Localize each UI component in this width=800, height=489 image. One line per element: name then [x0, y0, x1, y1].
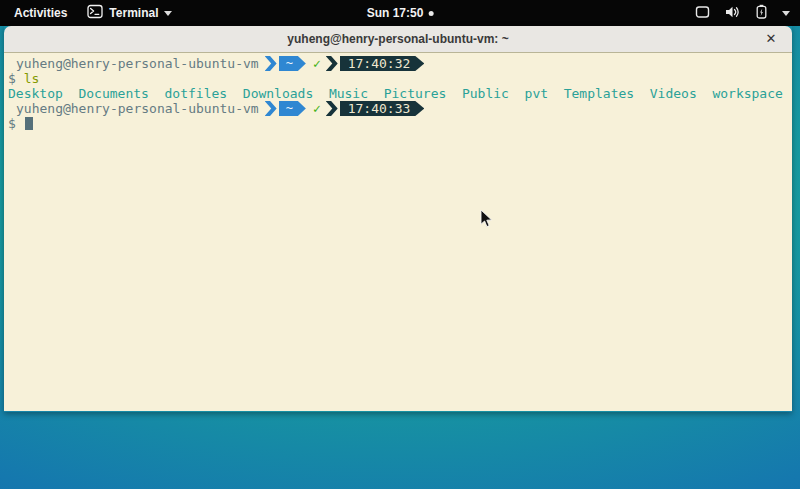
powerline-chevron-icon — [265, 101, 277, 116]
terminal-cursor — [25, 117, 33, 130]
display-icon — [695, 5, 710, 22]
app-menu-terminal[interactable]: Terminal — [87, 4, 172, 22]
powerline-chevron-icon — [326, 56, 338, 71]
command-line-2: $ — [8, 116, 788, 131]
prompt-symbol: $ — [8, 71, 24, 86]
battery-charging-icon — [756, 4, 767, 22]
notification-dot — [428, 11, 433, 16]
command-text: ls — [24, 71, 40, 86]
app-menu-label: Terminal — [109, 6, 158, 20]
prompt-symbol: $ — [8, 116, 24, 131]
close-icon[interactable]: ✕ — [763, 31, 779, 47]
chevron-down-icon — [782, 11, 790, 16]
command-line-1: $ ls — [8, 71, 788, 86]
chevron-down-icon — [164, 11, 172, 16]
window-titlebar[interactable]: yuheng@henry-personal-ubuntu-vm: ~ ✕ — [4, 26, 792, 53]
status-check-icon: ✓ — [313, 56, 321, 71]
clock-label: Sun 17:50 — [367, 6, 424, 20]
prompt-user-host: yuheng@henry-personal-ubuntu-vm — [16, 101, 259, 116]
top-bar: Activities Terminal Sun 17:50 — [0, 0, 800, 26]
prompt-cwd-segment: ~ — [279, 56, 306, 71]
window-title: yuheng@henry-personal-ubuntu-vm: ~ — [287, 32, 508, 46]
activities-button[interactable]: Activities — [10, 4, 71, 22]
mouse-pointer-icon — [480, 209, 493, 228]
status-check-icon: ✓ — [313, 101, 321, 116]
system-status-area[interactable] — [695, 0, 800, 26]
terminal-app-icon — [87, 4, 103, 22]
clock-menu[interactable]: Sun 17:50 — [367, 0, 434, 26]
prompt-time-segment: 17:40:33 — [340, 101, 425, 116]
ls-directories: Desktop Documents dotfiles Downloads Mus… — [8, 86, 783, 101]
ls-output-line: Desktop Documents dotfiles Downloads Mus… — [8, 86, 788, 101]
volume-icon — [725, 5, 741, 22]
prompt-line-1: yuheng@henry-personal-ubuntu-vm ~ ✓ 17:4… — [8, 56, 788, 71]
prompt-user-host: yuheng@henry-personal-ubuntu-vm — [16, 56, 259, 71]
terminal-window: yuheng@henry-personal-ubuntu-vm: ~ ✕ yuh… — [4, 26, 792, 412]
prompt-time-segment: 17:40:32 — [340, 56, 425, 71]
prompt-line-2: yuheng@henry-personal-ubuntu-vm ~ ✓ 17:4… — [8, 101, 788, 116]
powerline-chevron-icon — [326, 101, 338, 116]
powerline-chevron-icon — [265, 56, 277, 71]
terminal-screen[interactable]: yuheng@henry-personal-ubuntu-vm ~ ✓ 17:4… — [4, 53, 792, 411]
prompt-cwd-segment: ~ — [279, 101, 306, 116]
top-bar-left: Activities Terminal — [0, 4, 172, 22]
desktop: { "top_bar": { "activities_label": "Acti… — [0, 0, 800, 489]
